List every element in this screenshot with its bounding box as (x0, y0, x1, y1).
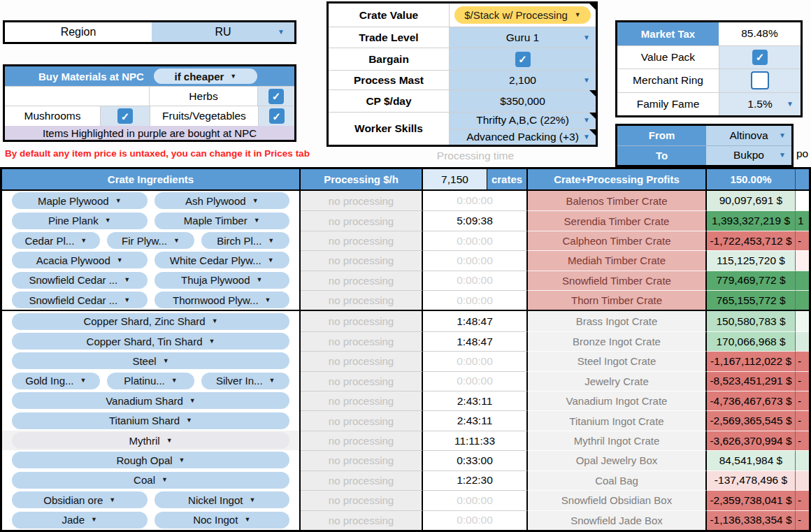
herbs-checkbox[interactable]: ✓ (268, 89, 284, 104)
chevron-down-icon: ▼ (209, 338, 215, 345)
chevron-down-icon: ▼ (256, 277, 262, 283)
cp-day-cell[interactable]: $350,000 (449, 90, 596, 112)
region-select[interactable]: RU ▼ (152, 22, 294, 42)
ingredient-pill[interactable]: Cedar Pl...▼ (12, 232, 100, 249)
fruits-checkbox-cell[interactable]: ✓ (258, 106, 294, 126)
process-mast-value: 2,100 (509, 74, 536, 87)
ingredient-pill[interactable]: Ash Plywood▼ (155, 192, 290, 209)
crate-value-select[interactable]: $/Stack w/ Processing ▼ (454, 6, 590, 24)
crates-count-cell[interactable]: 7,150 (423, 169, 487, 189)
route-from-select[interactable]: Altinova ▼ (706, 126, 791, 145)
table-row: Maple Plywood▼Ash Plywood▼no processing0… (2, 191, 809, 210)
trade-level-select[interactable]: Guru 1 ▼ (449, 27, 596, 48)
ingredient-pill[interactable]: Rough Opal▼ (12, 452, 289, 468)
chevron-down-icon: ▼ (173, 238, 180, 244)
ingredient-cell: Obsidian ore▼Nickel Ingot▼ (2, 490, 301, 510)
ingredient-cell: Rough Opal▼ (2, 450, 301, 470)
ingredient-pill[interactable]: Titanium Shard▼ (12, 412, 289, 429)
ingredient-pill[interactable]: Snowfield Cedar ...▼ (12, 272, 148, 289)
ingredient-pill[interactable]: Acacia Plywood▼ (12, 252, 148, 268)
profit-cell: 84,541,984 $ (707, 450, 796, 470)
ingredient-pill[interactable]: Noc Ingot▼ (155, 512, 290, 529)
cp-day-value: $350,000 (500, 95, 545, 108)
ingredient-pill[interactable]: Vanadium Shard▼ (12, 392, 289, 409)
chevron-down-icon: ▼ (115, 198, 122, 204)
chevron-down-icon: ▼ (124, 277, 130, 283)
market-tax-value: 85.48% (719, 22, 801, 45)
buy-npc-mode-select[interactable]: if cheaper ▼ (154, 69, 257, 84)
ingredient-pill[interactable]: Copper Shard, Zinc Shard▼ (12, 313, 289, 330)
clipped-profit-cell: - (796, 351, 809, 371)
profit-cell: -3,626,370,994 $ (707, 431, 796, 450)
process-mast-select[interactable]: 2,100 ▼ (449, 71, 596, 89)
chevron-down-icon: ▼ (249, 497, 255, 503)
ingredient-pill[interactable]: Jade▼ (12, 512, 148, 529)
herbs-checkbox-cell[interactable]: ✓ (257, 87, 294, 106)
worker-skill-1-select[interactable]: Thrifty A,B,C (22%) ▼ (450, 113, 596, 129)
route-from-label: From (617, 126, 706, 145)
crate-table: Crate Ingredients Processing $/h 7,150 c… (0, 167, 811, 532)
ingredient-pill[interactable]: Fir Plyw...▼ (107, 232, 195, 249)
buy-npc-title: Buy Materials at NPC (38, 71, 144, 82)
merchant-ring-cell[interactable]: ✓ (719, 69, 801, 92)
ingredient-pill[interactable]: Obsidian ore▼ (12, 491, 148, 508)
ingredient-pill[interactable]: Pine Plank▼ (12, 213, 148, 229)
table-row: Cedar Pl...▼Fir Plyw...▼Birch Pl...▼no p… (2, 231, 809, 250)
merchant-ring-checkbox[interactable]: ✓ (751, 71, 769, 89)
bargain-cell[interactable]: ✓ (449, 48, 596, 70)
header-profits: Crate+Processing Profits (528, 169, 707, 189)
ingredient-pill[interactable]: Thuja Plywood▼ (155, 272, 290, 289)
processing-cell: no processing (301, 290, 423, 310)
ingredient-pill[interactable]: Steel▼ (12, 352, 289, 369)
ingredient-pill[interactable]: Thornwood Plyw...▼ (155, 292, 290, 308)
header-clipped-column (796, 169, 809, 189)
ingredient-pill[interactable]: Coal▼ (12, 472, 289, 489)
ingredient-cell: Steel▼ (2, 351, 301, 371)
value-pack-checkbox[interactable]: ✓ (752, 50, 768, 65)
chevron-down-icon: ▼ (186, 417, 192, 424)
family-fame-select[interactable]: 1.5% ▼ (719, 93, 801, 116)
mushrooms-checkbox[interactable]: ✓ (117, 108, 133, 124)
ingredient-pill[interactable]: Platinu...▼ (107, 373, 195, 389)
ingredient-pill[interactable]: Maple Plywood▼ (12, 192, 148, 209)
trade-level-value: Guru 1 (506, 31, 539, 44)
ingredient-cell: Vanadium Shard▼ (2, 391, 301, 410)
ingredient-pill[interactable]: Maple Timber▼ (155, 213, 290, 229)
ingredient-pill[interactable]: Copper Shard, Tin Shard▼ (12, 333, 289, 350)
route-to-select[interactable]: Bukpo ▼ (706, 146, 791, 166)
chevron-down-icon: ▼ (269, 378, 275, 384)
fruits-checkbox[interactable]: ✓ (269, 108, 285, 124)
processing-time-cell: 0:00:00 (423, 290, 528, 310)
profit-cell: -1,167,112,022 $ (707, 351, 796, 371)
ingredient-pill-label: Birch Pl... (217, 235, 261, 247)
bargain-checkbox[interactable]: ✓ (515, 52, 531, 67)
ingredient-pill[interactable]: Snowfield Cedar ...▼ (12, 292, 148, 308)
ingredient-pill[interactable]: Gold Ing...▼ (12, 373, 100, 389)
ingredient-pill[interactable]: Mythril▼ (12, 432, 289, 449)
profit-cell: -4,736,467,673 $ (707, 391, 796, 410)
chevron-down-icon: ▼ (230, 73, 236, 80)
ingredient-pill[interactable]: White Cedar Plyw...▼ (155, 252, 290, 268)
processing-time-cell: 1:22:30 (423, 470, 528, 490)
profit-cell: -1,136,338,354 $ (707, 510, 796, 530)
crate-name-cell: Steel Ingot Crate (528, 351, 707, 371)
ingredient-pill-label: Jade (62, 514, 85, 526)
ingredient-pill[interactable]: Silver In...▼ (201, 373, 289, 389)
process-mast-label: Process Mast (329, 71, 449, 89)
crate-value-option: $/Stack w/ Processing (464, 9, 568, 21)
ingredient-pill[interactable]: Birch Pl...▼ (201, 232, 289, 249)
processing-cell: no processing (301, 431, 423, 450)
worker-skill-2-select[interactable]: Advanced Packing (+3) ▼ (450, 129, 596, 145)
value-pack-cell[interactable]: ✓ (719, 46, 801, 69)
crate-name-cell: Brass Ingot Crate (528, 311, 707, 331)
processing-time-cell: 1:48:47 (423, 311, 528, 331)
chevron-down-icon: ▼ (278, 29, 285, 36)
processing-time-cell: 0:00:00 (423, 490, 528, 510)
processing-time-cell: 0:00:00 (423, 371, 528, 391)
mushrooms-checkbox-cell[interactable]: ✓ (100, 106, 150, 126)
crate-value-label: Crate Value (329, 3, 449, 27)
table-row: Copper Shard, Tin Shard▼no processing1:4… (2, 331, 809, 351)
chevron-down-icon: ▼ (265, 297, 271, 303)
ingredient-pill[interactable]: Nickel Ingot▼ (155, 491, 290, 508)
ingredient-pill-label: Noc Ingot (193, 514, 238, 526)
